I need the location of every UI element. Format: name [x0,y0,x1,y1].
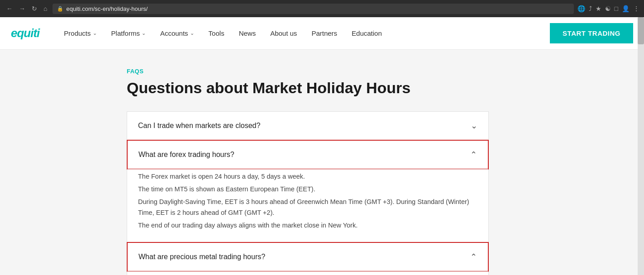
nav-item-partners[interactable]: Partners [305,26,343,41]
profile-icon[interactable]: 👤 [622,5,630,12]
nav-item-accounts[interactable]: Accounts ⌄ [154,26,200,41]
faq-question-text-3: What are precious metal trading hours? [138,253,265,261]
nav-label-about: About us [270,29,297,37]
share-icon[interactable]: ⤴ [589,5,592,12]
chevron-down-icon: ⌄ [190,30,194,36]
scrollbar-track[interactable] [638,17,644,275]
faq-question-3[interactable]: What are precious metal trading hours? ⌃ [127,242,489,272]
lock-icon: 🔒 [57,6,63,12]
extension-icon[interactable]: ☯ [605,5,611,12]
browser-chrome: ← → ↻ ⌂ 🔒 equiti.com/sc-en/holiday-hours… [0,0,644,17]
nav-label-news: News [239,29,256,37]
split-icon[interactable]: □ [615,5,618,12]
browser-nav[interactable]: ← → ↻ ⌂ [5,4,49,13]
faq-answer-line-2-4: The end of our trading day always aligns… [138,220,477,231]
faq-item-3: What are precious metal trading hours? ⌃… [127,242,489,275]
nav-label-partners: Partners [311,29,337,37]
faq-answer-line-3-1: Precious metals operate on similar tradi… [138,274,477,275]
url-text: equiti.com/sc-en/holiday-hours/ [66,5,148,12]
faq-answer-line-2-2: The time on MT5 is shown as Eastern Euro… [138,184,477,195]
faq-question-text-2: What are forex trading hours? [138,151,234,159]
nav-item-education[interactable]: Education [345,26,388,41]
nav-item-products[interactable]: Products ⌄ [57,26,103,41]
refresh-button[interactable]: ↻ [30,4,39,13]
nav-label-products: Products [64,29,91,37]
address-bar[interactable]: 🔒 equiti.com/sc-en/holiday-hours/ [52,4,573,14]
chevron-up-icon-3: ⌃ [470,252,477,262]
faq-answer-2: The Forex market is open 24 hours a day,… [127,169,488,242]
nav-item-news[interactable]: News [233,26,262,41]
nav-label-education: Education [352,29,382,37]
faq-answer-3: Precious metals operate on similar tradi… [127,271,488,275]
faq-item-1: Can I trade when markets are closed? ⌄ [127,111,489,140]
scrollbar-thumb[interactable] [638,17,644,44]
faqs-breadcrumb: FAQS [127,68,489,75]
nav-item-about[interactable]: About us [264,26,303,41]
nav-label-accounts: Accounts [160,29,188,37]
nav-item-tools[interactable]: Tools [202,26,231,41]
site-logo[interactable]: equiti [11,26,39,40]
back-button[interactable]: ← [5,4,14,13]
chevron-down-icon: ⌄ [142,30,146,36]
main-nav: Products ⌄ Platforms ⌄ Accounts ⌄ Tools … [57,26,550,41]
menu-icon[interactable]: ⋮ [633,5,639,12]
main-content: FAQS Questions about Market Holiday Hour… [0,50,644,275]
translate-icon[interactable]: 🌐 [577,5,585,12]
chevron-down-icon: ⌄ [93,30,97,36]
faq-answer-line-2-1: The Forex market is open 24 hours a day,… [138,171,477,182]
home-button[interactable]: ⌂ [42,4,49,13]
site-header: equiti Products ⌄ Platforms ⌄ Accounts ⌄… [0,17,644,50]
faq-item-2: What are forex trading hours? ⌃ The Fore… [127,140,489,242]
faq-question-1[interactable]: Can I trade when markets are closed? ⌄ [127,112,488,140]
faq-question-2[interactable]: What are forex trading hours? ⌃ [127,140,489,170]
browser-actions: 🌐 ⤴ ★ ☯ □ 👤 ⋮ [577,5,639,12]
faq-container: FAQS Questions about Market Holiday Hour… [127,68,489,275]
chevron-down-icon-1: ⌄ [471,121,477,131]
nav-label-platforms: Platforms [111,29,140,37]
start-trading-button[interactable]: START TRADING [550,23,633,43]
faq-question-text-1: Can I trade when markets are closed? [138,122,260,130]
page-title: Questions about Market Holiday Hours [127,79,489,97]
nav-label-tools: Tools [209,29,224,37]
star-icon[interactable]: ★ [596,5,601,12]
nav-item-platforms[interactable]: Platforms ⌄ [105,26,152,41]
chevron-up-icon-2: ⌃ [470,150,477,160]
faq-answer-line-2-3: During Daylight-Saving Time, EET is 3 ho… [138,197,477,218]
forward-button[interactable]: → [17,4,27,13]
